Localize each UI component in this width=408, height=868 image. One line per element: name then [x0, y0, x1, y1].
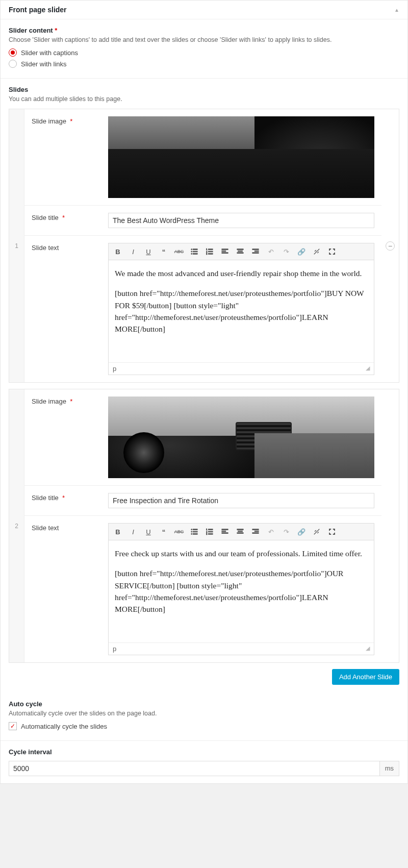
slide-body: Slide image * Slide title * — [24, 389, 381, 662]
radio-slider-captions[interactable]: Slider with captions — [9, 48, 399, 57]
slides-list: 1 Slide image * Slide title * — [1, 109, 407, 693]
svg-rect-33 — [208, 534, 213, 535]
cycle-interval-input[interactable] — [9, 761, 380, 776]
align-left-icon[interactable] — [218, 245, 232, 258]
editor-content[interactable]: Free check up starts with us and our tea… — [109, 540, 374, 642]
slide-image-preview[interactable] — [108, 116, 374, 198]
svg-rect-1 — [193, 249, 197, 250]
auto-cycle-checkbox[interactable]: ✓ Automatically cycle the slides — [9, 722, 399, 730]
editor-content[interactable]: We made the most advanced and user-frien… — [109, 260, 374, 362]
slide-title-row: Slide title * — [24, 206, 381, 236]
align-left-icon[interactable] — [218, 526, 232, 538]
italic-icon[interactable]: I — [126, 245, 140, 258]
svg-rect-20 — [252, 253, 259, 254]
field-label-title: Slide title * — [24, 486, 101, 515]
svg-rect-13 — [222, 251, 226, 252]
svg-rect-18 — [252, 249, 259, 250]
strikethrough-icon[interactable]: ABC — [172, 245, 186, 258]
slide-image-preview[interactable] — [108, 396, 374, 478]
strikethrough-icon[interactable]: ABC — [172, 526, 186, 538]
numbered-list-icon[interactable]: 123 — [202, 526, 217, 538]
undo-icon[interactable]: ↶ — [264, 245, 278, 258]
resize-handle-icon[interactable]: ◢ — [366, 645, 370, 653]
svg-rect-16 — [238, 251, 243, 252]
svg-rect-39 — [237, 533, 243, 534]
front-page-slider-panel: Front page slider ▲ Slider content * Cho… — [0, 0, 408, 784]
align-center-icon[interactable] — [233, 526, 247, 538]
svg-rect-34 — [222, 529, 228, 530]
svg-rect-15 — [237, 249, 243, 250]
slide-image-row: Slide image * — [24, 109, 381, 206]
redo-icon[interactable]: ↷ — [279, 245, 293, 258]
align-right-icon[interactable] — [248, 526, 263, 538]
radio-slider-links[interactable]: Slider with links — [9, 60, 399, 68]
underline-icon[interactable]: U — [141, 526, 156, 538]
slide-drag-handle[interactable]: 2 — [9, 389, 24, 662]
cycle-interval-section: Cycle interval ms — [1, 741, 407, 783]
auto-cycle-title: Auto cycle — [9, 700, 399, 708]
bullet-list-icon[interactable] — [187, 526, 201, 538]
svg-rect-12 — [222, 249, 228, 250]
align-right-icon[interactable] — [248, 245, 263, 258]
bullet-list-icon[interactable] — [187, 245, 201, 258]
fullscreen-icon[interactable] — [325, 526, 339, 538]
italic-icon[interactable]: I — [126, 526, 140, 538]
cycle-interval-suffix: ms — [380, 761, 399, 776]
rich-text-editor: B I U “ ABC 123 ↶ ↷ — [108, 523, 374, 655]
panel-header: Front page slider ▲ — [1, 1, 407, 19]
resize-handle-icon[interactable]: ◢ — [366, 365, 370, 373]
unlink-icon[interactable] — [310, 526, 324, 538]
field-label-text: Slide text — [24, 236, 101, 382]
align-center-icon[interactable] — [233, 245, 247, 258]
blockquote-icon[interactable]: “ — [157, 245, 171, 258]
svg-rect-17 — [237, 253, 243, 254]
editor-statusbar: p ◢ — [109, 362, 374, 375]
slide-title-input[interactable] — [108, 213, 374, 228]
add-another-slide-button[interactable]: Add Another Slide — [332, 669, 399, 685]
slides-title: Slides — [9, 86, 399, 93]
link-icon[interactable]: 🔗 — [294, 245, 309, 258]
slide-drag-handle[interactable]: 1 — [9, 109, 24, 382]
bold-icon[interactable]: B — [111, 526, 125, 538]
slide-actions: − — [381, 109, 399, 382]
auto-cycle-desc: Automatically cycle over the slides on t… — [9, 710, 399, 717]
cycle-interval-title: Cycle interval — [9, 748, 399, 756]
editor-statusbar: p ◢ — [109, 642, 374, 655]
svg-point-0 — [191, 249, 192, 250]
svg-point-2 — [191, 251, 192, 252]
required-mark: * — [55, 27, 57, 34]
svg-rect-31 — [208, 531, 213, 532]
collapse-toggle-icon[interactable]: ▲ — [394, 7, 399, 13]
svg-rect-9 — [208, 251, 213, 252]
slider-content-section: Slider content * Choose 'Slider with cap… — [1, 19, 407, 79]
svg-rect-35 — [222, 531, 226, 532]
undo-icon[interactable]: ↶ — [264, 526, 278, 538]
slide-title-row: Slide title * — [24, 486, 381, 516]
numbered-list-icon[interactable]: 123 — [202, 245, 217, 258]
svg-rect-11 — [208, 254, 213, 255]
underline-icon[interactable]: U — [141, 245, 156, 258]
auto-cycle-section: Auto cycle Automatically cycle over the … — [1, 693, 407, 741]
slide-item: 2 Slide image * Slide title * — [9, 389, 399, 663]
add-slide-row: Add Another Slide — [9, 663, 399, 685]
slide-item: 1 Slide image * Slide title * — [9, 109, 399, 383]
svg-rect-40 — [252, 529, 259, 530]
redo-icon[interactable]: ↷ — [279, 526, 293, 538]
field-label-text: Slide text — [24, 516, 101, 662]
svg-point-26 — [191, 533, 192, 534]
svg-rect-38 — [238, 531, 243, 532]
radio-icon — [9, 60, 17, 68]
radio-icon — [9, 48, 17, 57]
bold-icon[interactable]: B — [111, 245, 125, 258]
link-icon[interactable]: 🔗 — [294, 526, 309, 538]
editor-toolbar: B I U “ ABC 123 ↶ ↷ — [109, 243, 374, 260]
fullscreen-icon[interactable] — [325, 245, 339, 258]
blockquote-icon[interactable]: “ — [157, 526, 171, 538]
checkbox-icon: ✓ — [9, 722, 17, 730]
field-label-title: Slide title * — [24, 206, 101, 235]
slider-content-desc: Choose 'Slider with captions' to add tit… — [9, 36, 399, 43]
remove-slide-button[interactable]: − — [386, 241, 395, 251]
slide-title-input[interactable] — [108, 493, 374, 508]
slide-image-row: Slide image * — [24, 389, 381, 486]
unlink-icon[interactable] — [310, 245, 324, 258]
